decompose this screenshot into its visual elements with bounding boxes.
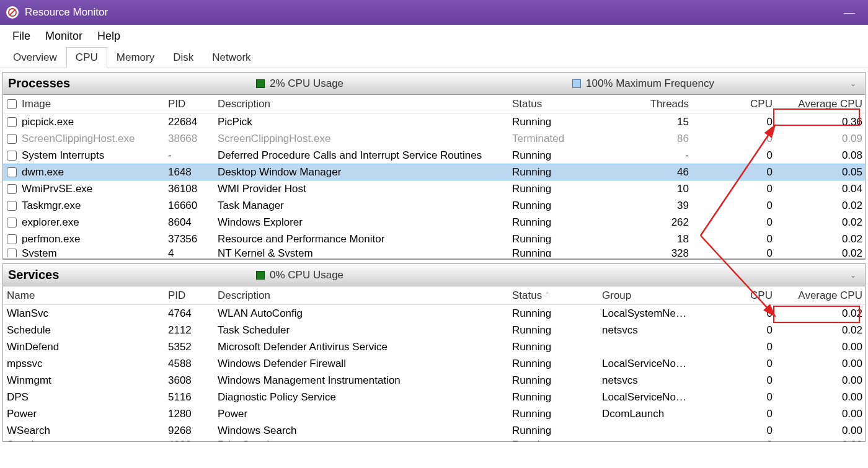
cell-pid: 4588 [168, 358, 218, 370]
collapse-icon[interactable]: ⌄ [850, 79, 860, 88]
tab-cpu[interactable]: CPU [66, 47, 107, 68]
cell-pid: 16660 [168, 200, 218, 212]
cell-cpu: 0 [689, 247, 773, 257]
row-checkbox[interactable] [7, 234, 17, 244]
cell-description: Windows Defender Firewall [218, 358, 512, 370]
collapse-icon[interactable]: ⌄ [850, 271, 860, 280]
col-name[interactable]: Name [7, 289, 168, 302]
services-columns: Name PID Description Status ⌃ Group CPU … [3, 286, 865, 305]
cell-image: WmiPrvSE.exe [7, 183, 168, 195]
col-status[interactable]: Status ⌃ [512, 289, 602, 302]
cell-cpu: 0 [689, 183, 773, 195]
col-avg-cpu[interactable]: Average CPU [773, 289, 862, 302]
cell-avg-cpu: 0.00 [773, 425, 862, 437]
cell-description: NT Kernel & System [218, 247, 512, 257]
col-group[interactable]: Group [602, 289, 689, 302]
cell-avg-cpu: 0.09 [773, 133, 862, 145]
menubar: File Monitor Help [0, 25, 868, 47]
cell-description: Desktop Window Manager [218, 166, 512, 179]
row-checkbox[interactable] [7, 117, 17, 127]
cell-status: Running [512, 216, 602, 229]
service-row[interactable]: DPS5116Diagnostic Policy ServiceRunningL… [3, 389, 865, 405]
select-all-checkbox[interactable] [7, 99, 17, 109]
cell-pid: 4892 [168, 439, 218, 441]
process-row[interactable]: ScreenClippingHost.exe38668ScreenClippin… [3, 130, 865, 147]
service-row[interactable]: Schedule2112Task SchedulerRunningnetsvcs… [3, 322, 865, 338]
col-image[interactable]: Image [7, 98, 168, 110]
cell-group: DcomLaunch [602, 408, 689, 420]
cpu-chip-icon [256, 79, 265, 88]
col-pid[interactable]: PID [168, 98, 218, 110]
services-title: Services [8, 268, 256, 282]
process-row[interactable]: dwm.exe1648Desktop Window ManagerRunning… [3, 164, 865, 180]
col-threads[interactable]: Threads [602, 98, 689, 110]
cell-pid: 1648 [168, 166, 218, 179]
tab-network[interactable]: Network [203, 47, 260, 68]
col-cpu[interactable]: CPU [689, 289, 773, 302]
tab-overview[interactable]: Overview [4, 47, 66, 68]
processes-section: Processes 2% CPU Usage 100% Maximum Freq… [2, 72, 866, 260]
cell-name: Winmgmt [7, 374, 168, 387]
cell-status: Running [512, 149, 602, 162]
processes-columns: Image PID Description Status Threads CPU… [3, 95, 865, 113]
col-pid[interactable]: PID [168, 289, 218, 302]
cell-avg-cpu: 0.00 [773, 408, 862, 420]
cell-group: LocalSystemNe… [602, 307, 689, 320]
services-section: Services 0% CPU Usage ⌄ Name PID Descrip… [2, 263, 866, 442]
cell-pid: 36108 [168, 183, 218, 195]
cell-cpu: 0 [689, 358, 773, 370]
process-row[interactable]: System Interrupts-Deferred Procedure Cal… [3, 147, 865, 164]
process-row[interactable]: explorer.exe8604Windows ExplorerRunning2… [3, 214, 865, 231]
cell-status: Running [512, 307, 602, 320]
menu-help[interactable]: Help [90, 27, 128, 45]
tab-disk[interactable]: Disk [164, 47, 203, 68]
cell-status: Running [512, 116, 602, 128]
menu-file[interactable]: File [5, 27, 38, 45]
process-row[interactable]: picpick.exe22684PicPickRunning1500.36 [3, 113, 865, 130]
process-row[interactable]: Taskmgr.exe16660Task ManagerRunning3900.… [3, 197, 865, 214]
cell-cpu: 0 [689, 391, 773, 404]
cell-pid: 1280 [168, 408, 218, 420]
cell-group: netsvcs [602, 324, 689, 337]
row-checkbox[interactable] [7, 167, 17, 177]
service-row[interactable]: Winmgmt3608Windows Management Instrument… [3, 372, 865, 389]
services-header[interactable]: Services 0% CPU Usage ⌄ [3, 264, 865, 286]
processes-header[interactable]: Processes 2% CPU Usage 100% Maximum Freq… [3, 73, 865, 95]
col-status[interactable]: Status [512, 98, 602, 110]
row-checkbox[interactable] [7, 151, 17, 161]
service-row[interactable]: Power1280PowerRunningDcomLaunch00.00 [3, 405, 865, 422]
process-row[interactable]: System4NT Kernel & SystemRunning32800.02 [3, 247, 865, 257]
col-description[interactable]: Description [218, 289, 512, 302]
service-row[interactable]: WinDefend5352Microsoft Defender Antiviru… [3, 338, 865, 355]
col-avg-cpu[interactable]: Average CPU [773, 98, 862, 110]
cell-pid: 3608 [168, 374, 218, 387]
cell-image: dwm.exe [7, 166, 168, 179]
row-checkbox[interactable] [7, 184, 17, 194]
minimize-button[interactable]: — [837, 6, 862, 19]
cell-image: picpick.exe [7, 116, 168, 128]
service-row[interactable]: WlanSvc4764WLAN AutoConfigRunningLocalSy… [3, 305, 865, 322]
col-description[interactable]: Description [218, 98, 512, 110]
cell-pid: 2112 [168, 324, 218, 337]
row-checkbox[interactable] [7, 218, 17, 227]
cpu-usage-stat: 2% CPU Usage [256, 77, 572, 90]
cell-name: WlanSvc [7, 307, 168, 320]
col-cpu[interactable]: CPU [689, 98, 773, 110]
service-row[interactable]: WSearch9268Windows SearchRunning00.00 [3, 422, 865, 439]
row-checkbox[interactable] [7, 134, 17, 144]
row-checkbox[interactable] [7, 201, 17, 211]
cell-name: mpssvc [7, 358, 168, 370]
service-row[interactable]: Spooler4892Print SpoolerRunning00.00 [3, 439, 865, 441]
process-row[interactable]: perfmon.exe37356Resource and Performance… [3, 231, 865, 247]
row-checkbox[interactable] [7, 249, 17, 257]
cell-name: DPS [7, 391, 168, 404]
cell-description: Windows Management Instrumentation [218, 374, 512, 387]
process-row[interactable]: WmiPrvSE.exe36108WMI Provider HostRunnin… [3, 180, 865, 197]
menu-monitor[interactable]: Monitor [38, 27, 90, 45]
service-row[interactable]: mpssvc4588Windows Defender FirewallRunni… [3, 355, 865, 372]
tab-memory[interactable]: Memory [107, 47, 164, 68]
cell-pid: 38668 [168, 133, 218, 145]
window-title: Resource Monitor [25, 6, 837, 19]
svc-cpu-usage-stat: 0% CPU Usage [256, 269, 572, 281]
cell-image: System Interrupts [7, 149, 168, 162]
